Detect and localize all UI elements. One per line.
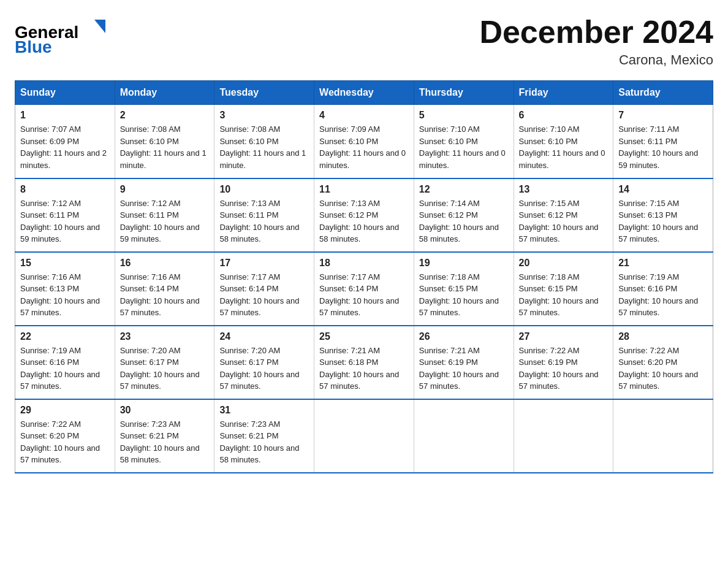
page-header: General Blue December 2024 Carona, Mexic… xyxy=(15,15,713,68)
day-number: 14 xyxy=(618,184,708,195)
calendar-cell: 9 Sunrise: 7:12 AM Sunset: 6:11 PM Dayli… xyxy=(115,178,214,252)
header-saturday: Saturday xyxy=(613,81,713,105)
day-info: Sunrise: 7:13 AM Sunset: 6:11 PM Dayligh… xyxy=(219,197,309,245)
day-number: 9 xyxy=(120,184,210,195)
day-number: 2 xyxy=(120,110,210,121)
day-number: 4 xyxy=(319,110,409,121)
calendar-cell: 27 Sunrise: 7:22 AM Sunset: 6:19 PM Dayl… xyxy=(514,326,613,399)
calendar-cell xyxy=(414,399,514,473)
calendar-cell: 21 Sunrise: 7:19 AM Sunset: 6:16 PM Dayl… xyxy=(613,252,713,326)
day-number: 26 xyxy=(419,331,509,342)
svg-text:Blue: Blue xyxy=(15,37,52,56)
day-number: 18 xyxy=(319,258,409,269)
calendar-cell: 24 Sunrise: 7:20 AM Sunset: 6:17 PM Dayl… xyxy=(214,326,314,399)
day-number: 13 xyxy=(519,184,609,195)
day-info: Sunrise: 7:22 AM Sunset: 6:20 PM Dayligh… xyxy=(618,345,708,393)
calendar-cell: 15 Sunrise: 7:16 AM Sunset: 6:13 PM Dayl… xyxy=(15,252,115,326)
day-number: 11 xyxy=(319,184,409,195)
calendar-cell: 12 Sunrise: 7:14 AM Sunset: 6:12 PM Dayl… xyxy=(414,178,514,252)
day-number: 30 xyxy=(120,405,210,416)
day-number: 15 xyxy=(20,258,110,269)
day-info: Sunrise: 7:21 AM Sunset: 6:18 PM Dayligh… xyxy=(319,345,409,393)
calendar-cell: 7 Sunrise: 7:11 AM Sunset: 6:11 PM Dayli… xyxy=(613,105,713,178)
day-info: Sunrise: 7:17 AM Sunset: 6:14 PM Dayligh… xyxy=(219,271,309,319)
day-info: Sunrise: 7:15 AM Sunset: 6:12 PM Dayligh… xyxy=(519,197,609,245)
calendar-cell: 25 Sunrise: 7:21 AM Sunset: 6:18 PM Dayl… xyxy=(314,326,414,399)
calendar-header: Sunday Monday Tuesday Wednesday Thursday… xyxy=(15,81,713,105)
day-info: Sunrise: 7:10 AM Sunset: 6:10 PM Dayligh… xyxy=(419,123,509,171)
svg-marker-1 xyxy=(94,20,105,33)
day-number: 23 xyxy=(120,331,210,342)
month-title: December 2024 xyxy=(479,15,713,50)
day-number: 29 xyxy=(20,405,110,416)
day-number: 19 xyxy=(419,258,509,269)
day-info: Sunrise: 7:08 AM Sunset: 6:10 PM Dayligh… xyxy=(219,123,309,171)
day-number: 28 xyxy=(618,331,708,342)
calendar-cell: 1 Sunrise: 7:07 AM Sunset: 6:09 PM Dayli… xyxy=(15,105,115,178)
day-info: Sunrise: 7:19 AM Sunset: 6:16 PM Dayligh… xyxy=(618,271,708,319)
calendar-week-row: 29 Sunrise: 7:22 AM Sunset: 6:20 PM Dayl… xyxy=(15,399,713,473)
calendar-cell: 26 Sunrise: 7:21 AM Sunset: 6:19 PM Dayl… xyxy=(414,326,514,399)
calendar-cell: 23 Sunrise: 7:20 AM Sunset: 6:17 PM Dayl… xyxy=(115,326,214,399)
day-info: Sunrise: 7:07 AM Sunset: 6:09 PM Dayligh… xyxy=(20,123,110,171)
calendar-body: 1 Sunrise: 7:07 AM Sunset: 6:09 PM Dayli… xyxy=(15,105,713,473)
day-info: Sunrise: 7:12 AM Sunset: 6:11 PM Dayligh… xyxy=(20,197,110,245)
header-wednesday: Wednesday xyxy=(314,81,414,105)
day-info: Sunrise: 7:10 AM Sunset: 6:10 PM Dayligh… xyxy=(519,123,609,171)
calendar-cell: 8 Sunrise: 7:12 AM Sunset: 6:11 PM Dayli… xyxy=(15,178,115,252)
calendar-cell: 31 Sunrise: 7:23 AM Sunset: 6:21 PM Dayl… xyxy=(214,399,314,473)
logo: General Blue xyxy=(15,15,113,60)
calendar-table: Sunday Monday Tuesday Wednesday Thursday… xyxy=(15,80,713,473)
day-number: 6 xyxy=(519,110,609,121)
calendar-cell: 2 Sunrise: 7:08 AM Sunset: 6:10 PM Dayli… xyxy=(115,105,214,178)
calendar-week-row: 1 Sunrise: 7:07 AM Sunset: 6:09 PM Dayli… xyxy=(15,105,713,178)
day-number: 12 xyxy=(419,184,509,195)
day-number: 31 xyxy=(219,405,309,416)
header-thursday: Thursday xyxy=(414,81,514,105)
day-number: 8 xyxy=(20,184,110,195)
day-info: Sunrise: 7:22 AM Sunset: 6:20 PM Dayligh… xyxy=(20,418,110,466)
calendar-cell xyxy=(613,399,713,473)
calendar-cell: 28 Sunrise: 7:22 AM Sunset: 6:20 PM Dayl… xyxy=(613,326,713,399)
day-info: Sunrise: 7:23 AM Sunset: 6:21 PM Dayligh… xyxy=(120,418,210,466)
calendar-cell: 14 Sunrise: 7:15 AM Sunset: 6:13 PM Dayl… xyxy=(613,178,713,252)
day-info: Sunrise: 7:09 AM Sunset: 6:10 PM Dayligh… xyxy=(319,123,409,171)
weekday-header-row: Sunday Monday Tuesday Wednesday Thursday… xyxy=(15,81,713,105)
header-monday: Monday xyxy=(115,81,214,105)
day-number: 1 xyxy=(20,110,110,121)
day-number: 21 xyxy=(618,258,708,269)
calendar-cell: 5 Sunrise: 7:10 AM Sunset: 6:10 PM Dayli… xyxy=(414,105,514,178)
day-info: Sunrise: 7:12 AM Sunset: 6:11 PM Dayligh… xyxy=(120,197,210,245)
calendar-cell: 20 Sunrise: 7:18 AM Sunset: 6:15 PM Dayl… xyxy=(514,252,613,326)
day-number: 25 xyxy=(319,331,409,342)
calendar-cell: 6 Sunrise: 7:10 AM Sunset: 6:10 PM Dayli… xyxy=(514,105,613,178)
day-number: 7 xyxy=(618,110,708,121)
calendar-cell: 16 Sunrise: 7:16 AM Sunset: 6:14 PM Dayl… xyxy=(115,252,214,326)
day-number: 20 xyxy=(519,258,609,269)
calendar-week-row: 8 Sunrise: 7:12 AM Sunset: 6:11 PM Dayli… xyxy=(15,178,713,252)
calendar-cell xyxy=(514,399,613,473)
calendar-cell: 19 Sunrise: 7:18 AM Sunset: 6:15 PM Dayl… xyxy=(414,252,514,326)
calendar-cell: 11 Sunrise: 7:13 AM Sunset: 6:12 PM Dayl… xyxy=(314,178,414,252)
header-friday: Friday xyxy=(514,81,613,105)
calendar-cell: 22 Sunrise: 7:19 AM Sunset: 6:16 PM Dayl… xyxy=(15,326,115,399)
calendar-cell: 3 Sunrise: 7:08 AM Sunset: 6:10 PM Dayli… xyxy=(214,105,314,178)
day-info: Sunrise: 7:11 AM Sunset: 6:11 PM Dayligh… xyxy=(618,123,708,171)
calendar-cell: 17 Sunrise: 7:17 AM Sunset: 6:14 PM Dayl… xyxy=(214,252,314,326)
day-number: 24 xyxy=(219,331,309,342)
day-info: Sunrise: 7:13 AM Sunset: 6:12 PM Dayligh… xyxy=(319,197,409,245)
day-number: 10 xyxy=(219,184,309,195)
calendar-week-row: 22 Sunrise: 7:19 AM Sunset: 6:16 PM Dayl… xyxy=(15,326,713,399)
day-info: Sunrise: 7:18 AM Sunset: 6:15 PM Dayligh… xyxy=(419,271,509,319)
logo-image: General Blue xyxy=(15,15,113,60)
day-info: Sunrise: 7:08 AM Sunset: 6:10 PM Dayligh… xyxy=(120,123,210,171)
calendar-cell: 4 Sunrise: 7:09 AM Sunset: 6:10 PM Dayli… xyxy=(314,105,414,178)
calendar-week-row: 15 Sunrise: 7:16 AM Sunset: 6:13 PM Dayl… xyxy=(15,252,713,326)
day-info: Sunrise: 7:18 AM Sunset: 6:15 PM Dayligh… xyxy=(519,271,609,319)
calendar-cell: 18 Sunrise: 7:17 AM Sunset: 6:14 PM Dayl… xyxy=(314,252,414,326)
day-info: Sunrise: 7:16 AM Sunset: 6:14 PM Dayligh… xyxy=(120,271,210,319)
day-number: 22 xyxy=(20,331,110,342)
day-number: 27 xyxy=(519,331,609,342)
day-info: Sunrise: 7:17 AM Sunset: 6:14 PM Dayligh… xyxy=(319,271,409,319)
day-number: 17 xyxy=(219,258,309,269)
